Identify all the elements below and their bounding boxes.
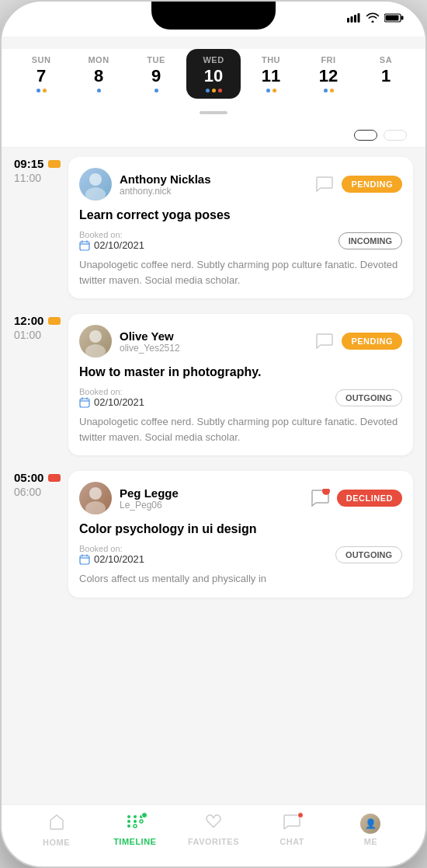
time-start-text: 12:00: [14, 314, 43, 327]
battery-icon: [384, 13, 404, 23]
cal-day-8[interactable]: MON8: [71, 49, 126, 99]
cal-day-num: 11: [262, 66, 280, 86]
booking-item-2: 05:0006:00Peg LeggeLe_Peg06DECLINEDColor…: [14, 471, 413, 598]
card-username: Le_Peg06: [120, 500, 301, 511]
orange-dot: [273, 89, 276, 92]
booked-left: Booked on: 02/10/2021: [79, 544, 144, 565]
cal-day-name: SUN: [32, 55, 51, 64]
phone-screen: SUN7MON8TUE9WED10THU11FRI12SA1 09:1511:0…: [2, 2, 425, 866]
nav-label-chat: CHAT: [279, 837, 304, 846]
blue-dot: [206, 89, 210, 92]
cal-day-name: WED: [203, 55, 224, 64]
cal-day-dots: [206, 88, 222, 92]
signal-icon: [347, 13, 361, 23]
svg-rect-15: [80, 399, 89, 407]
avatar: [79, 168, 112, 200]
cal-day-7[interactable]: SUN7: [14, 49, 68, 99]
time-end: 06:00: [14, 486, 61, 498]
blue-dot: [154, 89, 158, 92]
time-col-2: 05:0006:00: [14, 471, 61, 598]
blue-dot: [266, 89, 270, 92]
booking-type-badge: OUTGOING: [335, 546, 402, 563]
cal-day-10[interactable]: WED10: [186, 49, 241, 99]
nav-item-chat[interactable]: CHAT: [253, 814, 332, 846]
booking-card-1: Olive Yewolive_Yes2512PENDINGHow to mast…: [68, 314, 413, 455]
svg-point-8: [85, 187, 106, 200]
booked-label: Booked on:: [79, 230, 144, 239]
booking-type-badge: OUTGOING: [335, 389, 402, 406]
chat-icon: [283, 814, 300, 834]
cal-day-9[interactable]: TUE9: [129, 49, 183, 99]
time-start-text: 09:15: [14, 157, 43, 170]
cal-day-num: 8: [94, 66, 103, 86]
svg-point-13: [89, 330, 102, 343]
card-info: Olive Yewolive_Yes2512: [120, 329, 306, 354]
cal-day-dots: [324, 88, 334, 92]
card-description: Unapologetic coffee nerd. Subtly charmin…: [79, 414, 402, 444]
time-indicator: [48, 317, 61, 325]
time-start: 09:15: [14, 157, 61, 170]
nav-item-home[interactable]: HOME: [17, 813, 95, 847]
booked-label: Booked on:: [79, 544, 144, 553]
booking-card-2: Peg LeggeLe_Peg06DECLINEDColor psycholog…: [68, 471, 413, 598]
card-description: Colors affect us mentally and physically…: [79, 571, 402, 587]
nav-item-favorites[interactable]: FAVORITES: [174, 814, 252, 846]
booked-left: Booked on: 02/10/2021: [79, 230, 144, 251]
avatar: [79, 325, 112, 357]
time-start: 05:00: [14, 471, 61, 484]
booking-item-0: 09:1511:00Anthony Nicklasanthony.nickPEN…: [14, 157, 413, 298]
chat-icon[interactable]: [309, 487, 331, 509]
scroll-indicator: [2, 108, 425, 120]
cal-day-dots: [266, 88, 276, 92]
booked-date: 02/10/2021: [79, 553, 144, 565]
cal-day-12[interactable]: FRI12: [301, 49, 356, 99]
cal-day-name: TUE: [147, 55, 165, 64]
cal-day-1[interactable]: SA1: [359, 49, 413, 99]
card-header: Olive Yewolive_Yes2512PENDING: [79, 325, 402, 357]
status-badge: PENDING: [342, 176, 402, 193]
svg-rect-6: [386, 15, 399, 20]
svg-point-27: [134, 815, 137, 818]
status-icons: [347, 12, 404, 23]
card-name: Olive Yew: [120, 329, 306, 343]
card-title: Color psychology in ui design: [79, 522, 402, 536]
svg-point-33: [134, 824, 137, 828]
cal-day-11[interactable]: THU11: [244, 49, 298, 99]
orange-dot: [43, 89, 47, 92]
time-indicator: [48, 474, 61, 482]
status-badge: DECLINED: [337, 490, 402, 507]
card-info: Peg LeggeLe_Peg06: [120, 486, 301, 511]
card-actions: PENDING: [314, 330, 402, 352]
svg-point-7: [89, 173, 102, 186]
booking-type-badge: INCOMING: [338, 232, 402, 249]
incoming-tab[interactable]: [354, 130, 377, 141]
nav-item-me[interactable]: 👤ME: [332, 814, 410, 846]
svg-point-31: [140, 820, 143, 823]
card-name: Peg Legge: [120, 486, 301, 500]
blue-dot: [324, 89, 328, 92]
booking-card-0: Anthony Nicklasanthony.nickPENDINGLearn …: [68, 157, 413, 298]
card-booked: Booked on: 02/10/2021OUTGOING: [79, 387, 402, 408]
favorites-icon: [205, 814, 222, 834]
nav-item-timeline[interactable]: TIMELINE: [95, 814, 174, 846]
booking-item-1: 12:0001:00Olive Yewolive_Yes2512PENDINGH…: [14, 314, 413, 455]
chat-icon[interactable]: [314, 330, 335, 352]
cal-day-num: 12: [319, 66, 338, 86]
cal-day-dots: [154, 88, 158, 92]
booked-date: 02/10/2021: [79, 396, 144, 408]
booked-date: 02/10/2021: [79, 239, 144, 251]
status-badge: PENDING: [342, 333, 402, 350]
orange-dot: [212, 89, 216, 92]
tab-bar: [2, 120, 425, 148]
card-description: Unapologetic coffee nerd. Subtly charmin…: [79, 257, 402, 288]
svg-point-20: [85, 501, 106, 514]
card-username: olive_Yes2512: [120, 343, 306, 354]
chat-icon[interactable]: [314, 173, 335, 195]
outgoing-tab[interactable]: [384, 130, 407, 141]
card-title: How to master in photography.: [79, 365, 402, 379]
booked-label: Booked on:: [79, 387, 144, 396]
card-actions: PENDING: [314, 173, 402, 195]
svg-point-14: [85, 344, 106, 357]
card-booked: Booked on: 02/10/2021INCOMING: [79, 230, 402, 251]
cal-day-name: SA: [380, 55, 392, 64]
